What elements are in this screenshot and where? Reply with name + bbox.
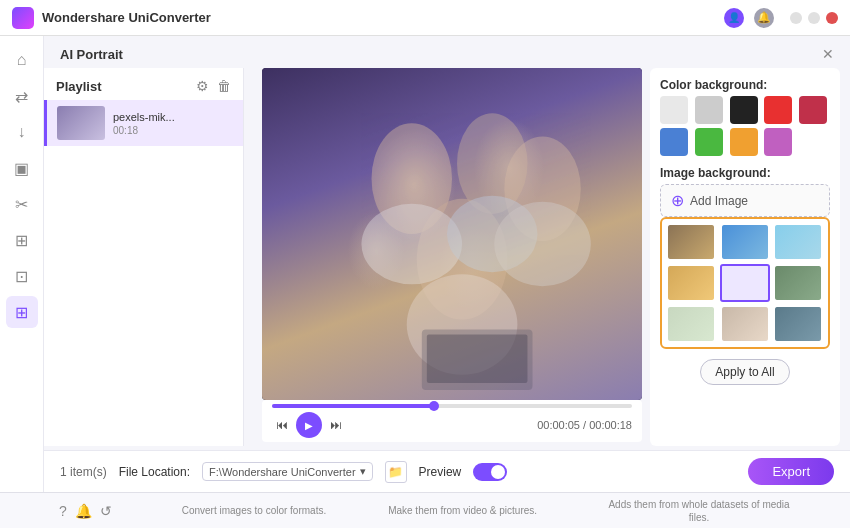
close-window-button[interactable] — [826, 12, 838, 24]
image-thumb-2[interactable] — [720, 223, 770, 261]
bg-img-8 — [722, 307, 768, 341]
color-bg-section: Color background: — [660, 78, 830, 156]
playlist-thumb-image — [57, 106, 105, 140]
export-button[interactable]: Export — [748, 458, 834, 485]
playlist-duration: 00:18 — [113, 125, 233, 136]
image-thumb-8[interactable] — [720, 305, 770, 343]
image-thumb-4[interactable] — [666, 264, 716, 302]
bg-img-9 — [775, 307, 821, 341]
prev-button[interactable]: ⏮ — [272, 415, 292, 435]
dropdown-arrow-icon[interactable]: ▾ — [360, 465, 366, 478]
maximize-button[interactable] — [808, 12, 820, 24]
svg-point-6 — [494, 202, 591, 287]
footer-help-icon[interactable]: ? — [59, 503, 67, 519]
playback-buttons: ⏮ ▶ ⏭ — [272, 412, 346, 438]
total-time: 00:00:18 — [589, 419, 632, 431]
playlist-panel: Playlist ⚙ 🗑 pexels-mik... 00:18 — [44, 68, 244, 446]
notification-icon[interactable]: 🔔 — [754, 8, 774, 28]
bg-img-7 — [668, 307, 714, 341]
file-location-path: F:\Wondershare UniConverter — [209, 466, 356, 478]
add-image-icon: ⊕ — [671, 191, 684, 210]
swatch-purple[interactable] — [764, 128, 792, 156]
svg-point-4 — [361, 204, 462, 284]
playlist-thumbnail — [57, 106, 105, 140]
footer-item-3: Adds them from whole datasets of media f… — [599, 498, 799, 524]
image-bg-section: Image background: ⊕ Add Image — [660, 166, 830, 349]
swatch-black[interactable] — [730, 96, 758, 124]
footer-bell-icon[interactable]: 🔔 — [75, 503, 92, 519]
image-grid — [660, 217, 830, 349]
image-bg-label: Image background: — [660, 166, 830, 180]
sidebar-item-download[interactable]: ↓ — [6, 116, 38, 148]
window-controls — [790, 12, 838, 24]
playback-bar: ⏮ ▶ ⏭ 00:00:05 / 00:00:18 — [262, 400, 642, 442]
playback-controls: ⏮ ▶ ⏭ 00:00:05 / 00:00:18 — [272, 412, 632, 438]
dialog-close-button[interactable]: ✕ — [822, 46, 834, 62]
sidebar-item-cut[interactable]: ✂ — [6, 188, 38, 220]
browse-folder-button[interactable]: 📁 — [385, 461, 407, 483]
video-people-svg — [262, 68, 642, 400]
bottom-bar: 1 item(s) File Location: F:\Wondershare … — [44, 450, 850, 492]
progress-bar[interactable] — [272, 404, 632, 408]
play-button[interactable]: ▶ — [296, 412, 322, 438]
footer-refresh-icon[interactable]: ↺ — [100, 503, 112, 519]
right-panel: Color background: — [650, 68, 840, 446]
swatch-lightgray[interactable] — [695, 96, 723, 124]
video-section: ⏮ ▶ ⏭ 00:00:05 / 00:00:18 — [252, 68, 642, 446]
title-bar: Wondershare UniConverter 👤 🔔 — [0, 0, 850, 36]
playlist-settings-icon[interactable]: ⚙ — [196, 78, 209, 94]
file-location-input[interactable]: F:\Wondershare UniConverter ▾ — [202, 462, 373, 481]
add-image-button[interactable]: ⊕ Add Image — [660, 184, 830, 217]
sidebar-item-convert[interactable]: ⇄ — [6, 80, 38, 112]
color-bg-label: Color background: — [660, 78, 830, 92]
toggle-knob — [491, 465, 505, 479]
footer-item-1: Convert images to color formats. — [182, 504, 327, 517]
minimize-button[interactable] — [790, 12, 802, 24]
playlist-item[interactable]: pexels-mik... 00:18 — [44, 100, 243, 146]
sidebar-item-compress[interactable]: ⊡ — [6, 260, 38, 292]
image-thumb-1[interactable] — [666, 223, 716, 261]
swatch-darkred[interactable] — [799, 96, 827, 124]
playlist-actions: ⚙ 🗑 — [196, 78, 231, 94]
apply-to-all-button[interactable]: Apply to All — [700, 359, 789, 385]
playlist-filename: pexels-mik... — [113, 111, 233, 123]
video-frame — [262, 68, 642, 400]
swatch-orange[interactable] — [730, 128, 758, 156]
swatch-blue[interactable] — [660, 128, 688, 156]
bg-img-4 — [668, 266, 714, 300]
sidebar-item-tools[interactable]: ⊞ — [6, 296, 38, 328]
image-thumb-3[interactable] — [773, 223, 823, 261]
time-display: 00:00:05 / 00:00:18 — [537, 419, 632, 431]
playlist-item-info: pexels-mik... 00:18 — [113, 111, 233, 136]
sidebar-item-home[interactable]: ⌂ — [6, 44, 38, 76]
swatch-green[interactable] — [695, 128, 723, 156]
content-row: Playlist ⚙ 🗑 pexels-mik... 00:18 — [44, 68, 850, 450]
main-layout: ⌂ ⇄ ↓ ▣ ✂ ⊞ ⊡ ⊞ AI Portrait ✕ Playlist — [0, 36, 850, 492]
swatch-red[interactable] — [764, 96, 792, 124]
progress-thumb[interactable] — [429, 401, 439, 411]
svg-rect-9 — [427, 335, 528, 383]
playlist-delete-icon[interactable]: 🗑 — [217, 78, 231, 94]
image-thumb-7[interactable] — [666, 305, 716, 343]
dialog-title: AI Portrait — [60, 47, 123, 62]
bg-img-6 — [775, 266, 821, 300]
app-logo — [12, 7, 34, 29]
sidebar-item-screen[interactable]: ▣ — [6, 152, 38, 184]
bg-img-3 — [775, 225, 821, 259]
swatch-white[interactable] — [660, 96, 688, 124]
preview-toggle[interactable] — [473, 463, 507, 481]
bg-img-1 — [668, 225, 714, 259]
next-button[interactable]: ⏭ — [326, 415, 346, 435]
image-thumb-5[interactable] — [720, 264, 770, 302]
bg-img-5 — [722, 266, 768, 300]
footer-item-2: Make them from video & pictures. — [388, 504, 537, 517]
image-thumb-9[interactable] — [773, 305, 823, 343]
footer-icons: ? 🔔 ↺ — [51, 503, 120, 519]
sidebar-item-merge[interactable]: ⊞ — [6, 224, 38, 256]
file-location-label: File Location: — [119, 465, 190, 479]
image-thumb-6[interactable] — [773, 264, 823, 302]
progress-fill — [272, 404, 434, 408]
bg-img-2 — [722, 225, 768, 259]
title-bar-user-icons: 👤 🔔 — [724, 8, 774, 28]
user-avatar-icon[interactable]: 👤 — [724, 8, 744, 28]
